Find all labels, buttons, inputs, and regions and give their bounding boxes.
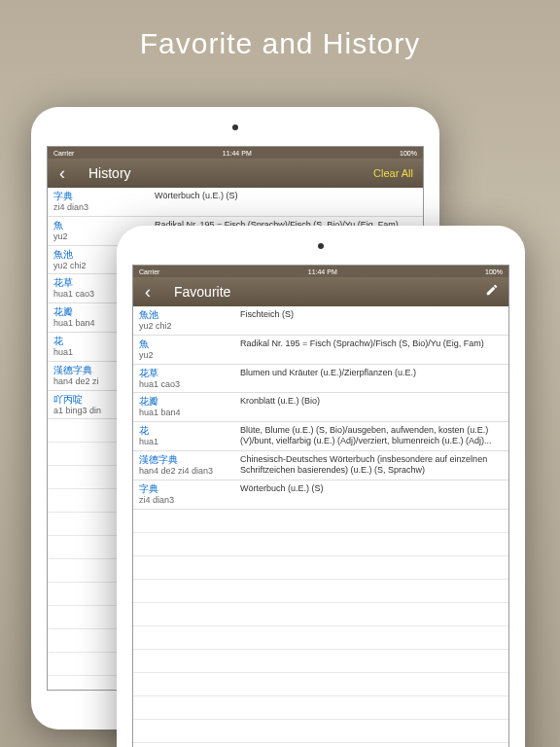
- status-time: 11:44 PM: [308, 268, 337, 275]
- status-bar: Carrier 11:44 PM 100%: [48, 147, 423, 159]
- empty-row: [133, 603, 508, 626]
- header-bar-favourite: ‹ Favourite: [133, 277, 508, 306]
- entry-term: 字典: [53, 191, 151, 202]
- entry-term: 花瓣: [139, 396, 236, 408]
- clear-all-button[interactable]: Clear All: [373, 167, 413, 179]
- entry-pinyin: hua1 ban4: [139, 408, 236, 418]
- entry-definition: Wörterbuch (u.E.) (S): [151, 191, 417, 213]
- camera-icon: [232, 124, 238, 130]
- status-carrier: Carrier: [53, 150, 74, 157]
- entry-definition: Blumen und Kräuter (u.E.)/Zierpflanzen (…: [236, 368, 503, 390]
- status-carrier: Carrier: [139, 268, 159, 275]
- empty-row: [133, 650, 508, 673]
- edit-icon[interactable]: [485, 283, 499, 301]
- entry-term: 花草: [139, 368, 236, 379]
- status-bar: Carrier 11:44 PM 100%: [133, 266, 508, 277]
- screen-favourite: Carrier 11:44 PM 100% ‹ Favourite 魚池yu2 …: [132, 265, 509, 747]
- entry-term: 漢德字典: [139, 454, 236, 466]
- list-item[interactable]: 字典zi4 dian3Wörterbuch (u.E.) (S): [133, 480, 508, 510]
- camera-icon: [318, 243, 324, 249]
- entry-definition: Blüte, Blume (u.E.) (S, Bio)/ausgeben, a…: [236, 425, 503, 447]
- entry-term: 字典: [139, 483, 236, 495]
- tablet-favourite: Carrier 11:44 PM 100% ‹ Favourite 魚池yu2 …: [117, 226, 525, 747]
- empty-row: [133, 533, 508, 556]
- status-time: 11:44 PM: [223, 150, 252, 157]
- entry-pinyin: hua1: [139, 437, 236, 447]
- promo-title: Favorite and History: [0, 0, 560, 88]
- empty-row: [133, 556, 508, 580]
- empty-row: [133, 510, 508, 533]
- back-icon[interactable]: ‹: [141, 282, 155, 302]
- favourite-list[interactable]: 魚池yu2 chi2Fischteich (S)魚yu2Radikal Nr. …: [133, 306, 508, 747]
- entry-pinyin: hua1 cao3: [139, 379, 236, 390]
- empty-row: [133, 696, 508, 720]
- header-title-history: History: [88, 165, 131, 181]
- entry-term: 花: [139, 425, 236, 437]
- status-battery: 100%: [400, 150, 417, 157]
- entry-definition: Fischteich (S): [236, 309, 503, 332]
- entry-definition: Chinesisch-Deutsches Wörterbuch (insbeso…: [236, 454, 503, 477]
- entry-definition: Kronblatt (u.E.) (Bio): [236, 396, 503, 418]
- back-icon[interactable]: ‹: [55, 163, 69, 184]
- entry-term: 魚池: [139, 309, 236, 321]
- empty-row: [133, 580, 508, 603]
- empty-row: [133, 720, 508, 743]
- entry-pinyin: yu2 chi2: [139, 321, 236, 332]
- list-item[interactable]: 字典zi4 dian3Wörterbuch (u.E.) (S): [48, 188, 423, 217]
- list-item[interactable]: 魚池yu2 chi2Fischteich (S): [133, 306, 508, 336]
- entry-definition: Wörterbuch (u.E.) (S): [236, 483, 503, 506]
- empty-row: [133, 626, 508, 650]
- entry-pinyin: han4 de2 zi4 dian3: [139, 466, 236, 477]
- list-item[interactable]: 花草hua1 cao3Blumen und Kräuter (u.E.)/Zie…: [133, 365, 508, 394]
- empty-row: [133, 673, 508, 696]
- list-item[interactable]: 漢德字典han4 de2 zi4 dian3Chinesisch-Deutsch…: [133, 451, 508, 480]
- entry-pinyin: zi4 dian3: [53, 202, 151, 213]
- list-item[interactable]: 花hua1Blüte, Blume (u.E.) (S, Bio)/ausgeb…: [133, 422, 508, 451]
- entry-pinyin: yu2: [139, 350, 236, 361]
- list-item[interactable]: 魚yu2Radikal Nr. 195 = Fisch (Sprachw)/Fi…: [133, 336, 508, 365]
- entry-definition: Radikal Nr. 195 = Fisch (Sprachw)/Fisch …: [236, 338, 503, 361]
- header-title-favourite: Favourite: [174, 284, 230, 300]
- status-battery: 100%: [485, 268, 503, 275]
- entry-pinyin: zi4 dian3: [139, 495, 236, 506]
- entry-term: 魚: [139, 338, 236, 350]
- list-item[interactable]: 花瓣hua1 ban4Kronblatt (u.E.) (Bio): [133, 393, 508, 422]
- header-bar-history: ‹ History Clear All: [48, 159, 423, 188]
- empty-row: [133, 743, 508, 747]
